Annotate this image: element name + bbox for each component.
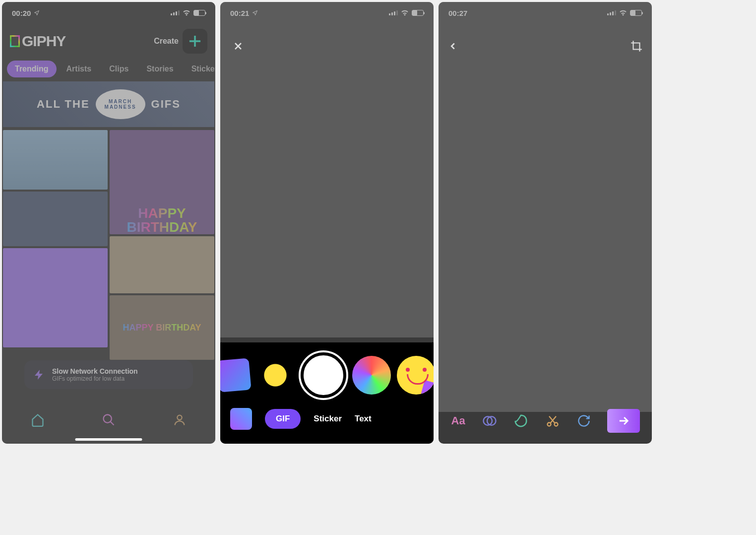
search-icon[interactable] [102,413,116,427]
leaf-icon [513,413,528,428]
status-time: 00:21 [230,9,249,17]
giphy-logo-icon [10,35,20,47]
svg-point-0 [103,415,111,423]
trim-tool[interactable] [545,413,561,429]
close-icon [232,40,244,52]
dim-overlay [220,2,434,337]
gif-tile[interactable]: HAPPY BIRTHDAY [110,130,214,234]
text-tool[interactable]: Aa [450,413,466,429]
mode-row: GIF Sticker Text [220,404,434,434]
tab-clips[interactable]: Clips [101,61,136,77]
status-bar: 00:20 [2,2,215,24]
effects-row[interactable] [220,346,434,404]
arrow-right-icon [617,414,630,428]
overlap-circles-icon [482,413,497,428]
toast-title: Slow Network Connection [52,367,184,375]
status-time: 00:20 [12,9,31,17]
status-bar: 00:21 [220,2,434,24]
gif-caption: BIRTHDAY [126,220,197,234]
promo-banner[interactable]: ALL THE MARCHMADNESS GIFS [3,81,214,127]
edit-toolbar: Aa [439,404,652,438]
home-icon[interactable] [31,413,45,427]
effect-starburst[interactable] [256,356,295,395]
march-madness-logo: MARCHMADNESS [96,89,145,119]
location-icon [252,10,258,16]
gif-caption: HAPPY BIRTHDAY [123,323,201,333]
crop-icon [630,40,643,53]
giphy-logo-text: GIPHY [22,33,65,50]
gallery-button[interactable] [230,408,252,430]
mode-text[interactable]: Text [355,414,372,424]
wifi-icon [183,10,190,16]
next-button[interactable] [607,409,640,433]
gif-tile[interactable] [3,192,108,246]
effect-rainbow[interactable] [352,356,391,395]
home-indicator[interactable] [75,438,142,441]
lightning-icon [33,369,45,381]
giphy-home-screen: 00:20 GIPHY Create Trending Artists Clip… [2,2,215,444]
svg-point-1 [178,415,182,420]
giphy-edit-screen: 00:27 Aa [439,2,652,444]
profile-icon[interactable] [173,413,187,427]
effect-smiley[interactable] [397,356,434,395]
battery-icon [193,10,205,16]
tab-stickers[interactable]: Stickers [184,61,215,77]
banner-text-left: ALL THE [37,98,89,111]
tab-trending[interactable]: Trending [7,61,57,77]
signal-icon [389,10,398,15]
gif-grid: HAPPY BIRTHDAY HAPPY BIRTHDAY [2,129,215,361]
status-bar: 00:27 [439,2,652,24]
crop-button[interactable] [630,40,643,55]
redo-icon [577,414,591,428]
mode-gif[interactable]: GIF [265,409,301,429]
bottom-nav [2,405,215,435]
effect-card-stack[interactable] [220,358,252,392]
signal-icon [607,10,616,15]
wifi-icon [619,10,627,16]
dim-overlay [439,2,652,412]
giphy-capture-screen: 00:21 GIF Sticker Text [220,2,434,444]
banner-text-right: GIFS [151,98,181,111]
network-toast[interactable]: Slow Network Connection GIFs optimized f… [24,360,193,389]
battery-icon [412,10,424,16]
location-icon [34,10,40,16]
tab-artists[interactable]: Artists [59,61,100,77]
category-tabs: Trending Artists Clips Stories Stickers [2,59,215,79]
shutter-button[interactable] [301,352,346,398]
mode-sticker[interactable]: Sticker [314,414,342,424]
create-button[interactable] [183,29,207,54]
create-label[interactable]: Create [154,37,179,46]
gif-tile[interactable]: HAPPY BIRTHDAY [110,295,214,360]
sticker-tool[interactable] [482,413,498,429]
scissors-icon [546,414,560,428]
status-time: 00:27 [448,9,467,17]
chevron-left-icon [447,41,458,52]
shape-tool[interactable] [513,413,529,429]
wifi-icon [401,10,409,16]
loop-tool[interactable] [576,413,592,429]
plus-icon [188,34,202,48]
back-button[interactable] [447,41,458,54]
toast-subtitle: GIFs optimized for low data [52,375,184,382]
gif-tile[interactable] [110,236,214,293]
capture-controls: GIF Sticker Text [220,342,434,444]
gif-tile[interactable] [3,248,108,347]
giphy-logo[interactable]: GIPHY [10,33,65,50]
signal-icon [171,10,180,15]
gif-caption: HAPPY [126,206,197,220]
app-header: GIPHY Create [2,24,215,59]
close-button[interactable] [232,40,244,56]
tab-stories[interactable]: Stories [138,61,181,77]
gif-tile[interactable] [3,130,108,190]
battery-icon [630,10,642,16]
